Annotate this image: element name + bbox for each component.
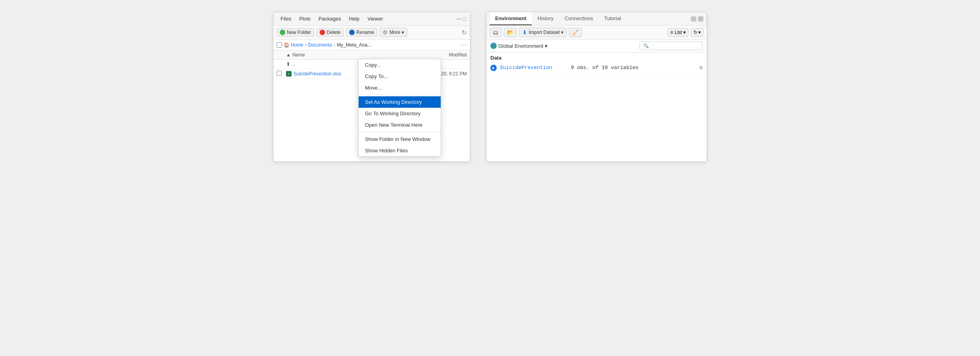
rename-button[interactable]: Rename [346,28,377,37]
dataset-name[interactable]: SuicidePrevention [500,65,571,71]
import-dataset-button[interactable]: ⬇ Import Dataset ▾ [519,28,567,37]
environment-toolbar: 🗂 📂 ⬇ Import Dataset ▾ 🧹 ≡ List ▾ ↻ ▾ [486,26,707,39]
breadcrumb-sep-2: › [334,42,335,48]
env-search-input[interactable] [640,41,703,50]
right-panel-tabs: Environment History Connections Tutorial… [486,12,707,26]
dataset-icon: ▶ [490,65,497,71]
ctx-divider-1 [359,95,441,95]
environment-panel: Environment History Connections Tutorial… [486,12,707,162]
save-env-button[interactable]: 🗂 [490,28,501,37]
minimize-icon[interactable]: ─ [456,15,461,22]
refresh-icon[interactable]: ↻ [462,29,467,36]
ctx-open-terminal[interactable]: Open New Terminal Here [359,119,441,131]
breadcrumb-home[interactable]: 🏠 Home [284,42,303,48]
menu-files[interactable]: Files [277,15,294,23]
menu-plots[interactable]: Plots [296,15,314,23]
environment-selector: Global Environment ▾ [486,39,707,52]
menu-packages[interactable]: Packages [315,15,344,23]
more-button[interactable]: ⚙ More ▾ [380,28,407,37]
ctx-copy-to[interactable]: Copy To... [359,71,441,82]
new-folder-button[interactable]: New Folder [277,28,314,37]
select-all-checkbox[interactable] [277,42,282,48]
refresh-icon-right: ↻ [694,30,698,35]
ctx-set-working-dir[interactable]: Set As Working Directory [359,96,441,108]
files-toolbar: New Folder Delete Rename ⚙ More ▾ ↻ [273,26,470,39]
tab-tutorial[interactable]: Tutorial [598,12,627,25]
menu-viewer[interactable]: Viewer [364,15,386,23]
xlsx-icon: X [286,71,292,77]
up-arrow-icon: ⬆ [286,61,290,67]
breadcrumb-documents[interactable]: Documents [308,42,332,48]
file-table-header: ▲ Name Modified [273,51,470,60]
list-button[interactable]: ≡ List ▾ [668,28,688,37]
caret-icon: ▾ [698,30,701,35]
load-env-button[interactable]: 📂 [504,28,517,37]
view-data-icon[interactable]: ⊞ [699,64,703,71]
gear-icon: ⚙ [383,29,388,36]
name-col-header[interactable]: ▲ Name [286,52,400,58]
dataset-info: 9 obs. of 10 variables [571,65,699,71]
ctx-show-folder[interactable]: Show Folder in New Window [359,133,441,145]
delete-icon [320,30,325,35]
modified-col-header[interactable]: Modified [400,52,467,58]
files-panel: Files Plots Packages Help Viewer ─ □ New… [273,12,470,162]
ctx-move[interactable]: Move... [359,82,441,94]
floppy-icon: 🗂 [493,29,498,36]
data-section-label: Data [486,52,707,62]
tab-environment[interactable]: Environment [490,12,532,25]
menu-help[interactable]: Help [346,15,363,23]
more-options-icon[interactable]: ⋯ [460,41,467,49]
window-buttons: ─ □ [691,15,703,23]
clear-env-button[interactable]: 🧹 [569,28,582,37]
refresh-env-button[interactable]: ↻ ▾ [691,28,703,37]
breadcrumb: 🏠 Home › Documents › My_Meta_Ana... ⋯ [273,39,470,51]
env-globe-icon [490,43,497,49]
maximize-right-icon[interactable]: □ [698,16,703,22]
files-menubar: Files Plots Packages Help Viewer ─ □ [273,12,470,26]
minimize-right-icon[interactable]: ─ [691,16,696,22]
dataset-row: ▶ SuicidePrevention 9 obs. of 10 variabl… [486,62,707,73]
context-menu: Copy... Copy To... Move... Set As Workin… [358,59,441,157]
breadcrumb-current: My_Meta_Ana... [337,42,371,48]
ctx-divider-2 [359,132,441,132]
delete-button[interactable]: Delete [316,28,344,37]
new-folder-icon [280,30,285,35]
tab-connections[interactable]: Connections [559,12,598,25]
home-icon: 🏠 [284,42,290,48]
open-icon: 📂 [507,29,514,36]
tab-history[interactable]: History [532,12,559,25]
maximize-icon[interactable]: □ [463,16,466,22]
ctx-go-to-working-dir[interactable]: Go To Working Directory [359,108,441,119]
check-col-header [277,52,286,58]
rename-icon [349,30,355,35]
sort-arrow: ▲ [286,52,291,58]
file-name-link[interactable]: SuicidePrevention.xlsx [294,71,341,77]
ctx-show-hidden[interactable]: Show Hidden Files [359,145,441,156]
file-checkbox[interactable] [277,71,282,76]
import-icon: ⬇ [522,29,527,36]
env-label[interactable]: Global Environment ▾ [498,43,548,49]
breadcrumb-sep-1: › [305,42,307,48]
broom-icon: 🧹 [572,29,579,36]
list-icon: ≡ [670,30,673,35]
ctx-copy[interactable]: Copy... [359,59,441,71]
